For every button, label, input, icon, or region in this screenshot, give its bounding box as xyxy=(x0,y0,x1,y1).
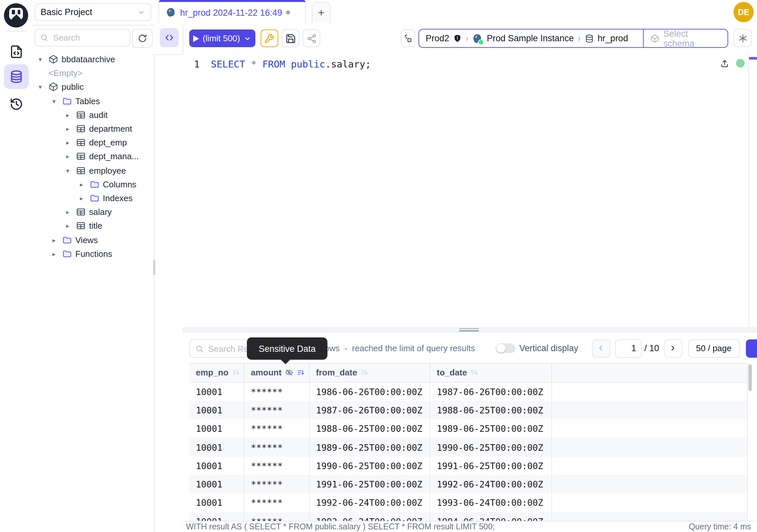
caret-right-icon[interactable]: ▸ xyxy=(66,111,76,119)
bytebase-logo[interactable] xyxy=(4,3,28,27)
caret-right-icon[interactable]: ▸ xyxy=(66,139,76,146)
export-button[interactable] xyxy=(745,339,757,358)
chevron-down-icon xyxy=(137,8,145,16)
results-info-text: 500 rows - reached the limit of query re… xyxy=(305,339,475,358)
sort-icon[interactable] xyxy=(297,368,305,377)
ai-assistant-button[interactable] xyxy=(733,29,752,47)
caret-right-icon[interactable]: ▸ xyxy=(66,208,76,216)
caret-right-icon[interactable]: ▸ xyxy=(52,250,62,257)
select-schema-label: Select schema xyxy=(663,28,721,48)
tab-active-worksheet[interactable]: hr_prod 2024-11-22 16:49 xyxy=(159,0,306,23)
column-label: from_date xyxy=(316,367,357,377)
history-icon xyxy=(9,97,23,111)
results-resize-handle[interactable] xyxy=(183,327,757,332)
sort-icon[interactable] xyxy=(232,368,240,377)
share-button[interactable] xyxy=(303,29,320,47)
tree-item-audit[interactable]: ▸audit xyxy=(32,108,154,122)
instance-label: Prod Sample Instance xyxy=(487,33,574,43)
tree-item-views[interactable]: ▸Views xyxy=(32,233,154,247)
table-cell: 10001 xyxy=(189,419,244,438)
avatar[interactable]: DE xyxy=(733,2,754,22)
tree-item-employee[interactable]: ▾employee xyxy=(32,164,154,177)
run-query-button[interactable]: (limit 500) xyxy=(189,29,256,47)
table-cell: 1987-06-26T00:00:00Z xyxy=(309,401,430,420)
caret-right-icon[interactable]: ▸ xyxy=(52,236,62,243)
connection-breadcrumb[interactable]: Prod2 › Prod Sample Instance › hr_prod S… xyxy=(418,29,728,48)
scrollbar-thumb[interactable] xyxy=(748,364,752,391)
tree-item-salary[interactable]: ▸salary xyxy=(32,205,154,219)
environment-label: Prod2 xyxy=(426,33,449,43)
table-cell: ****** xyxy=(244,456,309,475)
sort-icon[interactable] xyxy=(360,368,369,377)
table-scrollbar[interactable] xyxy=(747,363,752,521)
refresh-button[interactable] xyxy=(132,29,153,48)
table-row: 10001******1992-06-24T00:00:00Z1993-06-2… xyxy=(189,494,747,512)
tree-item-dept-mana[interactable]: ▸dept_mana... xyxy=(32,150,154,164)
tree-item-columns[interactable]: ▸Columns xyxy=(32,177,154,191)
tree-item-empty[interactable]: <Empty> xyxy=(32,66,154,80)
next-page-button[interactable] xyxy=(664,339,682,358)
project-select[interactable]: Basic Project xyxy=(35,3,151,21)
breadcrumb-path[interactable]: Prod2 › Prod Sample Instance › hr_prod xyxy=(419,29,643,47)
logo-eye xyxy=(12,10,15,15)
table-cell: 1988-06-25T00:00:00Z xyxy=(309,419,430,438)
table-cell: 10001 xyxy=(189,382,244,401)
sql-token: salary xyxy=(331,59,365,70)
tree-item-label: Columns xyxy=(103,179,136,189)
tree-item-label: Indexes xyxy=(103,193,133,203)
caret-down-icon[interactable]: ▾ xyxy=(39,56,48,63)
caret-right-icon[interactable]: ▸ xyxy=(66,125,76,132)
tree-item-indexes[interactable]: ▸Indexes xyxy=(32,191,154,205)
sensitive-data-tooltip: Sensitive Data xyxy=(247,337,327,360)
code-panel-button[interactable] xyxy=(160,28,178,47)
page-size-select[interactable]: 50 / page xyxy=(688,339,740,358)
caret-right-icon[interactable]: ▸ xyxy=(66,153,76,160)
prev-page-button[interactable] xyxy=(592,339,610,358)
tree-item-functions[interactable]: ▸Functions xyxy=(32,247,154,261)
sidebar-resize-handle[interactable] xyxy=(153,260,155,275)
column-header-emp_no[interactable]: emp_no xyxy=(189,363,244,382)
search-icon xyxy=(40,33,48,42)
page-number-input[interactable] xyxy=(615,339,641,358)
sql-token: * xyxy=(251,59,262,70)
sidebar-search-input[interactable] xyxy=(52,32,125,43)
tree-item-label: Tables xyxy=(75,96,100,106)
tree-item-title[interactable]: ▸title xyxy=(32,219,154,233)
folder-icon xyxy=(90,193,100,203)
select-schema-button[interactable]: Select schema xyxy=(644,29,728,47)
caret-right-icon[interactable]: ▸ xyxy=(80,181,90,188)
add-tab-button[interactable]: + xyxy=(312,2,331,23)
sql-editor[interactable]: 1 SELECT * FROM public.salary; xyxy=(183,54,757,327)
batch-query-button[interactable] xyxy=(401,29,415,47)
tree-item-public[interactable]: ▾public xyxy=(32,80,154,94)
rail-item-database[interactable] xyxy=(4,64,28,89)
tree-item-label: dept_emp xyxy=(89,138,127,147)
rail-item-history[interactable] xyxy=(4,92,28,117)
vertical-display-toggle[interactable] xyxy=(496,343,515,353)
tree-item-bbdataarchive[interactable]: ▾bbdataarchive xyxy=(32,52,154,66)
sort-icon[interactable] xyxy=(470,368,479,377)
upload-icon[interactable] xyxy=(720,59,730,69)
tree-item-tables[interactable]: ▾Tables xyxy=(32,94,154,108)
table-row: 10001******1990-06-25T00:00:00Z1991-06-2… xyxy=(189,456,747,475)
caret-down-icon[interactable]: ▾ xyxy=(52,97,62,105)
caret-right-icon[interactable]: ▸ xyxy=(66,222,76,230)
unsaved-dot xyxy=(286,11,290,15)
caret-down-icon[interactable]: ▾ xyxy=(66,167,76,174)
column-header-amount[interactable]: amount xyxy=(244,363,309,382)
column-header-from_date[interactable]: from_date xyxy=(309,363,430,382)
sidebar-search[interactable] xyxy=(35,29,130,47)
sql-line[interactable]: 1 SELECT * FROM public.salary; xyxy=(183,58,371,70)
column-header-to_date[interactable]: to_date xyxy=(430,363,551,382)
sql-code[interactable]: SELECT * FROM public.salary; xyxy=(211,58,371,70)
tree-item-dept-emp[interactable]: ▸dept_emp xyxy=(32,136,154,149)
rail-item-worksheet[interactable] xyxy=(4,39,28,64)
caret-right-icon[interactable]: ▸ xyxy=(80,195,90,202)
tooltip-label: Sensitive Data xyxy=(259,344,316,354)
database-icon xyxy=(9,69,23,83)
save-button[interactable] xyxy=(282,29,299,47)
tree-item-department[interactable]: ▸department xyxy=(32,122,154,136)
format-sql-button[interactable] xyxy=(260,29,278,47)
sql-token: public xyxy=(291,59,325,70)
caret-down-icon[interactable]: ▾ xyxy=(39,83,48,91)
